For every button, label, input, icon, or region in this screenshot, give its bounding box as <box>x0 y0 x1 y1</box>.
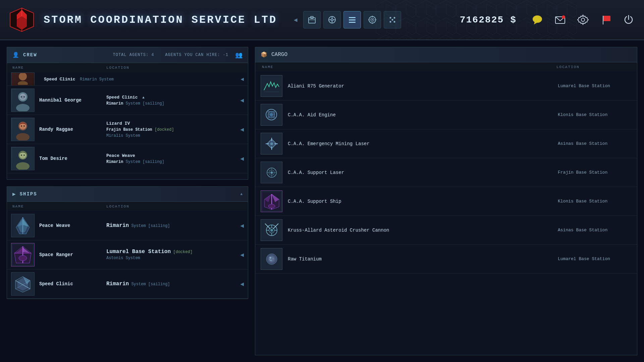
svg-point-36 <box>581 18 585 21</box>
svg-point-29 <box>390 21 391 23</box>
svg-point-52 <box>21 125 22 127</box>
ship-arrow-space-ranger[interactable]: ◀ <box>240 251 244 258</box>
svg-point-32 <box>533 15 542 23</box>
mail-button[interactable] <box>551 11 569 28</box>
crew-section-title: CREW <box>23 52 37 58</box>
ship-location-space-ranger: Lumarel Base Station [docked] Astonis Sy… <box>106 249 237 261</box>
crew-arrow-randy[interactable]: ◀ <box>240 126 244 133</box>
ship-arrow-peace-weave[interactable]: ◀ <box>240 222 244 229</box>
svg-rect-37 <box>603 16 610 21</box>
ships-list: Peace Weave Rimarin System [sailing] ◀ <box>7 211 248 299</box>
cargo-thumb-caa-ship <box>261 190 282 212</box>
settings-button[interactable] <box>574 11 592 28</box>
ship-thumb-peace-weave <box>11 214 35 237</box>
svg-point-121 <box>270 229 273 232</box>
ship-item-speed-clinic[interactable]: Speed Clinic Rimarin System [sailing] ◀ <box>7 269 248 299</box>
main-content: 👤 CREW TOTAL AGENTS: 4 AGENTS YOU CAN HI… <box>0 40 644 362</box>
svg-point-35 <box>562 15 565 19</box>
svg-point-59 <box>23 155 25 156</box>
cargo-section-title: CARGO <box>271 52 287 58</box>
crew-list: Speed Clinic Rimarin System ◀ <box>7 72 248 180</box>
cargo-item-titanium[interactable]: Raw Titanium Lumarel Base Station <box>255 245 637 274</box>
cargo-location-caa-aid: Klonis Base Station <box>558 112 632 117</box>
svg-point-88 <box>273 116 275 118</box>
cargo-thumb-caa-laser <box>261 162 282 183</box>
ship-arrow-speed-clinic[interactable]: ◀ <box>240 280 244 288</box>
ships-section: ▶ SHIPS ▲ NAME LOCATION <box>7 186 248 299</box>
svg-point-31 <box>392 19 393 21</box>
ships-header: ▶ SHIPS ▲ <box>7 186 248 202</box>
cargo-name-caa-mining: C.A.A. Emergency Mining Laser <box>288 141 558 146</box>
svg-point-89 <box>273 111 275 113</box>
crew-header: 👤 CREW TOTAL AGENTS: 4 AGENTS YOU CAN HI… <box>7 47 248 63</box>
ship-location-peace-weave: Rimarin System [sailing] <box>106 223 237 229</box>
svg-point-41 <box>18 81 28 85</box>
ship-name-speed-clinic: Speed Clinic <box>39 281 106 287</box>
cargo-col-location: LOCATION <box>556 65 630 69</box>
svg-point-40 <box>19 73 27 80</box>
ships-section-icon: ▶ <box>12 191 16 197</box>
flag-button[interactable] <box>597 11 614 28</box>
ships-section-title: SHIPS <box>20 191 37 197</box>
nav-cargo-button[interactable] <box>303 11 321 28</box>
svg-point-30 <box>394 21 395 23</box>
ship-thumb-space-ranger <box>11 243 35 266</box>
crew-arrow-tom[interactable]: ◀ <box>240 155 244 162</box>
crew-item-randy[interactable]: Randy Raggae Lizard IV Frajin Base Stati… <box>7 115 248 144</box>
ship-item-space-ranger[interactable]: Space Ranger Lumarel Base Station [docke… <box>7 240 248 269</box>
right-panel: 📦 CARGO NAME LOCATION Aliani R75 Generat… <box>255 47 637 355</box>
nav-dots-button[interactable] <box>384 11 401 28</box>
svg-point-127 <box>272 258 274 259</box>
power-button[interactable] <box>620 11 637 28</box>
crew-col-location: LOCATION <box>106 66 129 70</box>
cargo-name-aliani: Aliani R75 Generator <box>288 83 558 89</box>
cargo-name-caa-laser: C.A.A. Support Laser <box>288 170 558 175</box>
crew-location-randy: Lizard IV Frajin Base Station [docked] M… <box>106 120 237 138</box>
nav-wheel-button[interactable] <box>323 11 341 28</box>
header: STORM COORDiNATiON SERViCE LTD ◀ <box>0 0 644 40</box>
ship-thumb-speed-clinic <box>11 272 35 296</box>
cargo-item-caa-ship[interactable]: C.A.A. Support Ship Klonis Base Station <box>255 187 637 216</box>
nav-list-button[interactable] <box>343 11 361 28</box>
ship-location-speed-clinic: Rimarin System [sailing] <box>106 281 237 287</box>
ship-item-peace-weave[interactable]: Peace Weave Rimarin System [sailing] ◀ <box>7 211 248 240</box>
cargo-item-caa-laser[interactable]: C.A.A. Support Laser Frajin Base Station <box>255 158 637 187</box>
crew-arrow-hannibal[interactable]: ◀ <box>240 97 244 104</box>
svg-point-128 <box>270 260 272 261</box>
svg-point-90 <box>268 116 270 118</box>
crew-name-tom: Tom Desire <box>39 156 106 161</box>
svg-point-111 <box>268 204 275 208</box>
svg-rect-18 <box>349 19 356 20</box>
nav-back-button[interactable]: ◀ <box>290 15 301 25</box>
avatar-tom <box>11 147 35 170</box>
crew-item-hannibal[interactable]: Hannibal George Speed Clinic ▲ Rimarin S… <box>7 86 248 115</box>
cargo-thumb-kruss <box>261 219 282 241</box>
cargo-header: 📦 CARGO <box>255 47 637 62</box>
crew-item-tom[interactable]: Tom Desire Peace Weave Rimarin System [s… <box>7 144 248 173</box>
cargo-location-caa-ship: Klonis Base Station <box>558 199 632 204</box>
chat-button[interactable] <box>529 11 546 28</box>
cargo-item-caa-aid[interactable]: C.A.A. Aid Engine Klonis Base Station <box>255 101 637 129</box>
header-right: 7162825 $ <box>460 11 637 28</box>
cargo-item-kruss[interactable]: Kruss-Allard Asteroid Crusher Cannon Asi… <box>255 216 637 245</box>
cargo-thumb-aliani <box>261 75 282 97</box>
cargo-name-titanium: Raw Titanium <box>288 256 558 262</box>
cargo-col-name: NAME <box>262 65 556 69</box>
crew-col-headers: NAME LOCATION <box>7 63 248 72</box>
crew-item-partial[interactable]: Speed Clinic Rimarin System ◀ <box>7 72 248 86</box>
partial-item-location: Speed Clinic Rimarin System <box>44 76 240 82</box>
cargo-col-headers: NAME LOCATION <box>255 62 637 72</box>
svg-rect-17 <box>349 17 356 18</box>
svg-rect-19 <box>349 22 356 23</box>
crew-section: 👤 CREW TOTAL AGENTS: 4 AGENTS YOU CAN HI… <box>7 47 248 180</box>
svg-point-28 <box>394 17 395 19</box>
cargo-icon: 📦 <box>261 51 267 58</box>
cargo-item-aliani[interactable]: Aliani R75 Generator Lumarel Base Statio… <box>255 72 637 101</box>
nav-target-button[interactable] <box>364 11 381 28</box>
ship-name-space-ranger: Space Ranger <box>39 252 106 257</box>
svg-point-53 <box>23 125 25 127</box>
avatar-partial <box>11 72 35 86</box>
svg-point-22 <box>372 19 373 20</box>
cargo-item-caa-mining[interactable]: C.A.A. Emergency Mining Laser Asinas Bas… <box>255 129 637 158</box>
crew-name-hannibal: Hannibal George <box>39 98 106 103</box>
